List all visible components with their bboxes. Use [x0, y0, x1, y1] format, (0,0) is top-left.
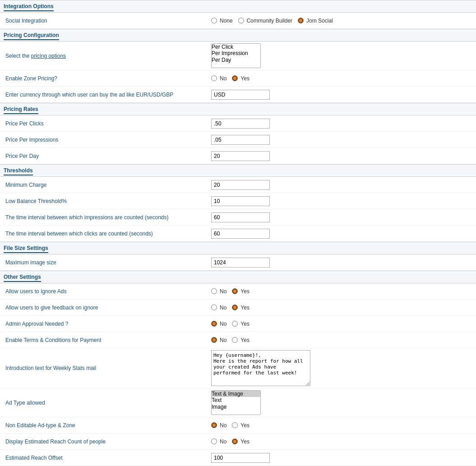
label-price-per-impressions: Price Per Impressions — [0, 134, 208, 146]
section-thresholds: Thresholds Minimum Charge Low Balance Th… — [0, 164, 476, 242]
radio-ignore-ads-yes[interactable] — [232, 288, 238, 294]
select-pricing-options[interactable]: Per Click Per Impression Per Day — [211, 43, 261, 68]
input-low-balance-threshold[interactable] — [211, 196, 270, 206]
radio-reach-count-yes-label[interactable]: Yes — [232, 438, 250, 445]
radio-ignore-ads-no-text: No — [220, 288, 226, 295]
select-ad-type[interactable]: Text & Image Text Image — [211, 390, 261, 415]
radio-non-editable-yes-label[interactable]: Yes — [232, 422, 250, 429]
radio-jom-social-label[interactable]: Jom Social — [298, 18, 333, 24]
control-price-per-impressions — [208, 133, 476, 147]
control-display-reach-count: No Yes — [208, 437, 476, 447]
radio-ignore-ads-no[interactable] — [211, 288, 217, 294]
input-currency[interactable] — [211, 90, 270, 100]
input-impression-interval[interactable] — [211, 212, 270, 222]
radio-non-editable-no-label[interactable]: No — [211, 422, 226, 429]
radio-zone-no-text: No — [220, 75, 226, 82]
radio-terms-yes-text: Yes — [240, 337, 250, 343]
control-terms-conditions: No Yes — [208, 335, 476, 345]
radio-group-zone-pricing: No Yes — [211, 75, 250, 82]
radio-jom-social[interactable] — [298, 18, 304, 23]
input-estimated-reach-offset[interactable] — [211, 453, 270, 463]
textarea-weekly-stats[interactable]: Hey {username}!, Here is the report for … — [211, 350, 310, 386]
row-impression-interval: The time interval between which impressi… — [0, 209, 476, 226]
row-allow-ignore-ads: Allow users to Ignore Ads No Yes — [0, 283, 476, 300]
radio-terms-no-label[interactable]: No — [211, 337, 226, 343]
label-pricing-options: Select the pricing options — [0, 50, 208, 62]
label-terms-conditions: Enable Terms & Conditions for Payment — [0, 334, 208, 346]
radio-community-builder[interactable] — [238, 18, 244, 23]
radio-non-editable-no[interactable] — [211, 422, 217, 428]
radio-terms-no[interactable] — [211, 337, 217, 343]
radio-non-editable-yes-text: Yes — [240, 422, 250, 429]
radio-terms-yes-label[interactable]: Yes — [232, 337, 250, 343]
radio-feedback-no-label[interactable]: No — [211, 305, 226, 311]
control-price-per-day — [208, 149, 476, 163]
control-non-editable-ad-type: No Yes — [208, 420, 476, 430]
radio-group-terms: No Yes — [211, 337, 250, 343]
section-integration-options: Integration Options Social Integration N… — [0, 0, 476, 29]
control-weekly-stats-text: Hey {username}!, Here is the report for … — [208, 348, 476, 388]
radio-feedback-yes-label[interactable]: Yes — [232, 305, 250, 311]
radio-zone-no[interactable] — [211, 75, 217, 81]
radio-group-social: None Community Builder Jom Social — [211, 18, 333, 24]
radio-ignore-ads-yes-label[interactable]: Yes — [232, 288, 250, 295]
input-max-image-size[interactable] — [211, 258, 270, 268]
input-clicks-interval[interactable] — [211, 229, 270, 239]
label-display-reach-count: Display Estimated Reach Count of people — [0, 436, 208, 448]
section-header-pricing-rates: Pricing Rates — [0, 103, 476, 115]
radio-terms-yes[interactable] — [232, 337, 238, 343]
input-price-per-impressions[interactable] — [211, 135, 270, 145]
input-minimum-charge[interactable] — [211, 180, 270, 190]
section-file-size: File Size Settings Maximum image size — [0, 242, 476, 271]
radio-group-non-editable: No Yes — [211, 422, 250, 429]
radio-zone-yes-label[interactable]: Yes — [232, 75, 250, 82]
label-price-per-day: Price Per Day — [0, 150, 208, 162]
radio-reach-count-no-label[interactable]: No — [211, 438, 226, 445]
input-price-per-day[interactable] — [211, 151, 270, 161]
control-max-image-size — [208, 256, 476, 269]
radio-zone-no-label[interactable]: No — [211, 75, 226, 82]
label-minimum-charge: Minimum Charge — [0, 179, 208, 191]
control-feedback-ignore: No Yes — [208, 303, 476, 313]
input-price-per-clicks[interactable] — [211, 119, 270, 129]
label-low-balance-threshold: Low Balance Threshold% — [0, 195, 208, 207]
radio-feedback-yes[interactable] — [232, 305, 238, 310]
radio-reach-count-no[interactable] — [211, 438, 217, 444]
control-low-balance-threshold — [208, 194, 476, 208]
radio-zone-yes-text: Yes — [240, 75, 250, 82]
radio-admin-approval-yes-label[interactable]: Yes — [232, 321, 250, 327]
row-price-per-day: Price Per Day — [0, 148, 476, 164]
control-enable-zone-pricing: No Yes — [208, 74, 476, 83]
radio-admin-approval-yes-text: Yes — [240, 321, 250, 327]
section-header-other-settings: Other Settings — [0, 271, 476, 283]
control-pricing-options: Per Click Per Impression Per Day — [208, 42, 476, 70]
control-estimated-reach-offset — [208, 451, 476, 465]
radio-ignore-ads-no-label[interactable]: No — [211, 288, 226, 295]
label-social-integration: Social Integration — [0, 15, 208, 27]
radio-none[interactable] — [211, 18, 217, 23]
radio-group-feedback-ignore: No Yes — [211, 305, 250, 311]
radio-reach-count-no-text: No — [220, 438, 226, 445]
label-feedback-ignore: Allow users to give feedback on ignore — [0, 302, 208, 314]
control-social-integration: None Community Builder Jom Social — [208, 16, 476, 26]
row-currency: Enter currency through which user can bu… — [0, 87, 476, 103]
radio-non-editable-yes[interactable] — [232, 422, 238, 428]
radio-feedback-no[interactable] — [211, 305, 217, 310]
row-social-integration: Social Integration None Community Builde… — [0, 13, 476, 29]
section-pricing-configuration: Pricing Configuration Select the pricing… — [0, 29, 476, 103]
row-price-per-clicks: Price Per Clicks — [0, 115, 476, 132]
radio-zone-yes[interactable] — [232, 75, 238, 81]
radio-none-label[interactable]: None — [211, 18, 233, 24]
radio-community-builder-text: Community Builder — [247, 18, 292, 24]
control-minimum-charge — [208, 178, 476, 192]
radio-admin-approval-no-label[interactable]: No — [211, 321, 226, 327]
radio-community-builder-label[interactable]: Community Builder — [238, 18, 292, 24]
label-max-image-size: Maximum image size — [0, 257, 208, 268]
row-pricing-options: Select the pricing options Per Click Per… — [0, 42, 476, 70]
radio-admin-approval-no[interactable] — [211, 321, 217, 327]
radio-jom-social-text: Jom Social — [306, 18, 333, 24]
radio-admin-approval-yes[interactable] — [232, 321, 238, 327]
radio-reach-count-yes[interactable] — [232, 438, 238, 444]
label-admin-approval: Admin Approval Needed ? — [0, 318, 208, 330]
row-ad-type-allowed: Ad Type allowed Text & Image Text Image — [0, 388, 476, 417]
